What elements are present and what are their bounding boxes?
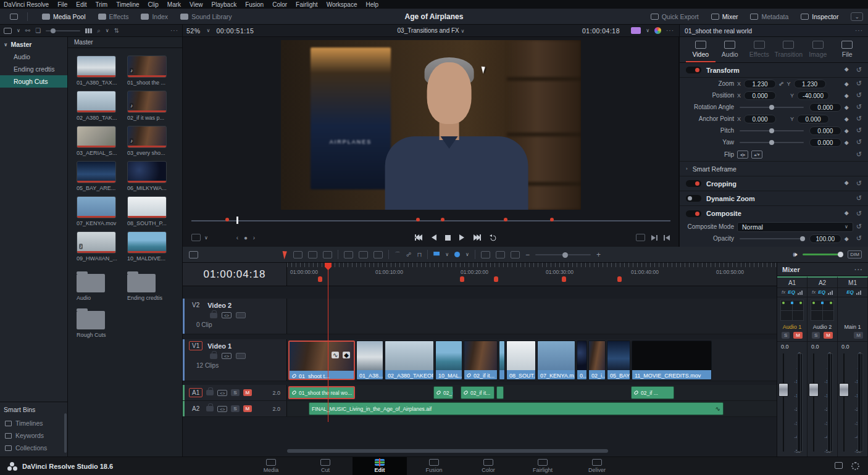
viewer-options-icon[interactable]: ··· xyxy=(666,27,674,34)
marker-dot[interactable] xyxy=(504,218,507,221)
bin-item[interactable]: Ending credtis xyxy=(0,63,67,75)
flip-horizontal-button[interactable]: ◂|▸ xyxy=(737,151,748,159)
keyframe-icon[interactable]: ◆ xyxy=(845,210,849,218)
fx-button[interactable]: fx xyxy=(812,289,816,295)
dynamic-zoom-section[interactable]: Dynamic Zoom ↺ xyxy=(680,191,868,206)
project-manager-icon[interactable] xyxy=(835,462,843,469)
reset-icon[interactable]: ↺ xyxy=(856,223,862,231)
track-lane-a2[interactable]: FINAL_MUSIC_Living_in_the_Age_of_Airplan… xyxy=(287,401,777,416)
video-clip[interactable]: ∿◆ 01_A38... xyxy=(356,341,383,380)
track-id[interactable]: V2 xyxy=(189,300,202,310)
sort-icon[interactable]: ⇅ xyxy=(114,27,119,34)
meter-icon[interactable] xyxy=(856,291,861,295)
eq-button[interactable]: EQ xyxy=(788,289,795,295)
linked-selection-icon[interactable]: ⚯ xyxy=(404,250,412,259)
timeline-ruler[interactable]: 01:00:00:0001:00:10:0001:00:20:0001:00:3… xyxy=(287,263,777,286)
audio-clip[interactable]: 02_if it... xyxy=(461,386,495,399)
reset-icon[interactable]: ↺ xyxy=(856,234,862,242)
settings-gear-icon[interactable] xyxy=(851,462,859,470)
lock-icon[interactable] xyxy=(206,406,214,411)
video-clip[interactable]: ∿◆ xyxy=(499,341,505,380)
overwrite-clip-icon[interactable] xyxy=(359,251,368,258)
anchor-x-field[interactable]: 0.000 xyxy=(744,115,776,123)
snapping-icon[interactable]: ⌒ xyxy=(394,250,401,259)
menu-item[interactable]: DaVinci Resolve xyxy=(4,1,49,8)
reset-icon[interactable]: ↺ xyxy=(856,126,862,134)
smart-bin-item[interactable]: Timelines xyxy=(0,417,67,429)
selection-mode-icon[interactable] xyxy=(283,250,289,259)
zoom-x-field[interactable]: 1.230 xyxy=(744,80,776,88)
viewer-scrub-bar[interactable] xyxy=(191,218,670,224)
reset-icon[interactable]: ↺ xyxy=(856,151,862,159)
timeline-zoom-slider[interactable] xyxy=(535,254,591,255)
smart-reframe-section[interactable]: › Smart Reframe xyxy=(680,162,868,176)
reset-icon[interactable]: ↺ xyxy=(856,138,862,146)
marker-dot[interactable] xyxy=(441,218,444,221)
inspector-tab[interactable]: Audio xyxy=(716,41,745,62)
media-folder[interactable]: Ending credtis xyxy=(127,269,172,301)
timeline-marker[interactable] xyxy=(617,276,622,282)
auto-select-icon[interactable]: <> xyxy=(222,353,232,359)
video-clip[interactable]: ∿◆ 08_SOUT... xyxy=(506,341,536,380)
thumbnail-size-slider[interactable] xyxy=(46,30,80,31)
meter-icon[interactable] xyxy=(798,291,803,295)
track-id[interactable]: A2 xyxy=(189,404,202,413)
menu-item[interactable]: Workspace xyxy=(327,1,357,8)
auto-select-icon[interactable]: <> xyxy=(222,312,232,318)
pitch-slider[interactable] xyxy=(740,130,804,131)
track-header-v2[interactable]: V2Video 2 <> 0 Clip xyxy=(183,299,287,334)
menu-item[interactable]: Playback xyxy=(212,1,237,8)
panel-layout-icon[interactable] xyxy=(4,28,12,34)
cropping-section[interactable]: Cropping ◆↺ xyxy=(680,176,868,191)
keyframe-icon[interactable]: ◆ xyxy=(845,236,849,242)
track-lane-v1[interactable]: ∿◆ 01_shoot t... ∿◆ 01_A38... ∿◆ xyxy=(287,339,777,381)
reset-icon[interactable]: ↺ xyxy=(856,66,862,74)
menu-item[interactable]: Clip xyxy=(148,1,159,8)
video-clip[interactable]: ∿◆ 01_shoot t... xyxy=(288,341,355,380)
reset-icon[interactable]: ↺ xyxy=(856,91,862,99)
marker-icon[interactable] xyxy=(454,252,460,257)
timeline-horizontal-scrollbar[interactable] xyxy=(287,449,608,453)
trim-edit-mode-icon[interactable] xyxy=(293,251,303,258)
menu-item[interactable]: Color xyxy=(272,1,287,8)
media-clip[interactable]: ♪ 01_A380_TAX... xyxy=(77,56,121,86)
menu-item[interactable]: Fusion xyxy=(245,1,264,8)
marker-dot[interactable] xyxy=(225,218,229,221)
panel-toggle-button[interactable]: Effects xyxy=(93,11,134,22)
rotation-slider[interactable] xyxy=(740,107,804,108)
lock-icon[interactable] xyxy=(210,353,217,359)
smart-bin-item[interactable]: Collections xyxy=(0,442,67,454)
loop-button[interactable] xyxy=(490,234,497,241)
mute-button[interactable]: M xyxy=(243,389,252,396)
panel-toggle-button[interactable]: Mixer xyxy=(706,11,743,22)
solo-button[interactable]: S xyxy=(812,332,820,339)
keyframe-icon[interactable]: ◆ xyxy=(845,128,849,134)
scrub-playhead[interactable] xyxy=(236,217,238,224)
mute-button[interactable]: M xyxy=(854,332,863,339)
panel-toggle-button[interactable]: Inspector xyxy=(796,11,843,22)
media-clip[interactable]: ♪ 03_AERIAL_S... xyxy=(77,126,121,156)
audio-clip[interactable]: 02_if ... xyxy=(631,386,674,399)
keyframe-icon[interactable]: ◆ xyxy=(845,66,849,74)
speaker-icon[interactable]: 🕪 xyxy=(793,250,797,258)
menu-item[interactable]: Edit xyxy=(76,1,86,8)
page-tab[interactable]: Fairlight xyxy=(515,457,570,475)
zoom-y-field[interactable]: 1.230 xyxy=(794,80,826,88)
inspector-options-icon[interactable]: ··· xyxy=(855,27,863,34)
video-clip[interactable]: ∿◆ 05_BAY... xyxy=(607,341,630,380)
media-folder[interactable]: Audio xyxy=(77,269,121,301)
panel-toggle-button[interactable]: Media Pool xyxy=(37,11,91,22)
media-folder[interactable]: Rough Cuts xyxy=(77,306,121,338)
replace-clip-icon[interactable] xyxy=(373,251,383,258)
video-clip[interactable]: ∿◆ 10_MAL... xyxy=(435,341,462,380)
timeline-proxy-icon[interactable] xyxy=(631,27,641,34)
media-clip[interactable]: ♪ 02_if it was p... xyxy=(127,91,172,121)
auto-select-icon[interactable]: <> xyxy=(217,390,227,396)
inspector-tab[interactable]: Effects xyxy=(745,41,774,62)
play-button[interactable] xyxy=(459,234,465,241)
custom-zoom-icon[interactable] xyxy=(511,251,520,258)
media-clip[interactable]: ♪ 02_A380_TAK... xyxy=(77,91,121,121)
media-clip[interactable]: ♪ 06_MILKYWA... xyxy=(127,161,172,191)
timeline-playhead[interactable] xyxy=(328,263,328,422)
menu-item[interactable]: Trim xyxy=(96,1,108,8)
